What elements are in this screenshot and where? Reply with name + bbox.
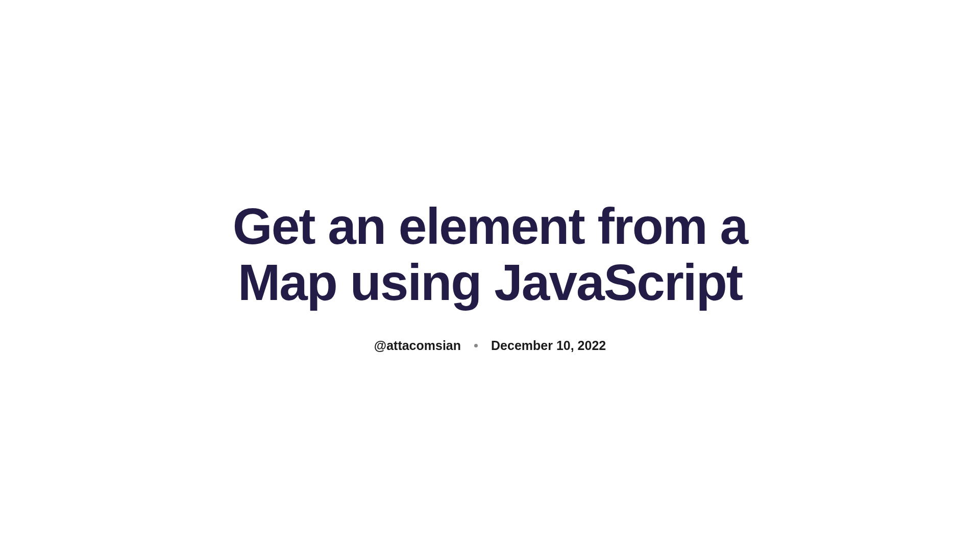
- publish-date: December 10, 2022: [491, 338, 606, 353]
- separator-dot-icon: [474, 344, 478, 347]
- author-handle: @attacomsian: [374, 338, 461, 353]
- article-header: Get an element from a Map using JavaScri…: [184, 198, 796, 353]
- article-meta: @attacomsian December 10, 2022: [184, 338, 796, 353]
- article-title: Get an element from a Map using JavaScri…: [184, 198, 796, 310]
